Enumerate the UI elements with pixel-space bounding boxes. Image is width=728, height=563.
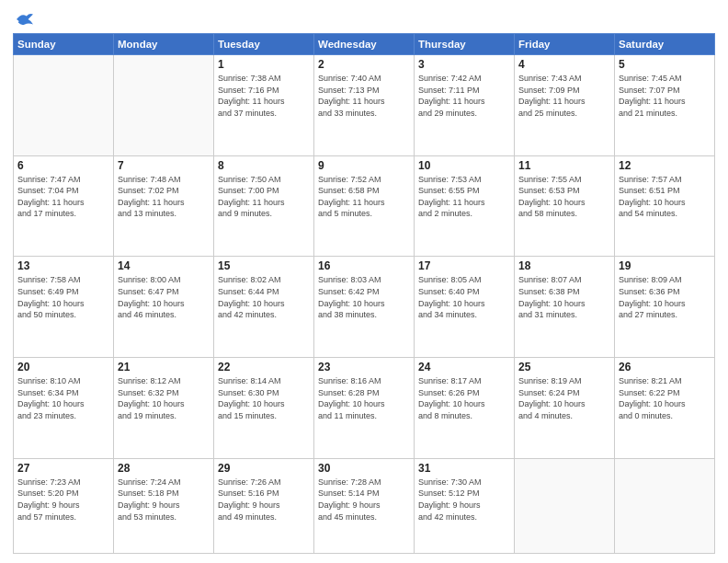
day-info: Sunrise: 8:02 AM Sunset: 6:44 PM Dayligh…	[218, 274, 310, 320]
day-info: Sunrise: 8:07 AM Sunset: 6:38 PM Dayligh…	[518, 274, 610, 320]
column-header-thursday: Thursday	[415, 34, 515, 55]
day-info: Sunrise: 7:30 AM Sunset: 5:12 PM Dayligh…	[418, 477, 510, 523]
day-number: 28	[118, 462, 210, 475]
calendar-cell: 29Sunrise: 7:26 AM Sunset: 5:16 PM Dayli…	[214, 458, 314, 553]
day-number: 9	[318, 159, 410, 172]
day-number: 18	[518, 259, 610, 272]
calendar-cell	[14, 55, 114, 156]
column-header-sunday: Sunday	[14, 34, 114, 55]
day-number: 23	[318, 361, 410, 373]
column-header-tuesday: Tuesday	[214, 34, 314, 55]
day-info: Sunrise: 7:48 AM Sunset: 7:02 PM Dayligh…	[118, 174, 210, 220]
day-info: Sunrise: 7:28 AM Sunset: 5:14 PM Dayligh…	[318, 477, 410, 523]
calendar-cell: 26Sunrise: 8:21 AM Sunset: 6:22 PM Dayli…	[615, 358, 715, 459]
calendar-cell: 31Sunrise: 7:30 AM Sunset: 5:12 PM Dayli…	[415, 458, 515, 553]
day-info: Sunrise: 8:19 AM Sunset: 6:24 PM Dayligh…	[518, 375, 610, 421]
calendar-week-row: 27Sunrise: 7:23 AM Sunset: 5:20 PM Dayli…	[14, 458, 715, 553]
day-info: Sunrise: 7:23 AM Sunset: 5:20 PM Dayligh…	[17, 477, 109, 523]
day-number: 14	[118, 259, 210, 272]
day-info: Sunrise: 8:16 AM Sunset: 6:28 PM Dayligh…	[318, 375, 410, 421]
day-number: 15	[218, 259, 310, 272]
day-info: Sunrise: 8:14 AM Sunset: 6:30 PM Dayligh…	[218, 375, 310, 421]
calendar-cell: 5Sunrise: 7:45 AM Sunset: 7:07 PM Daylig…	[615, 55, 715, 156]
calendar-cell: 21Sunrise: 8:12 AM Sunset: 6:32 PM Dayli…	[114, 358, 214, 459]
calendar-cell: 2Sunrise: 7:40 AM Sunset: 7:13 PM Daylig…	[314, 55, 415, 156]
calendar-cell: 23Sunrise: 8:16 AM Sunset: 6:28 PM Dayli…	[314, 358, 415, 459]
day-info: Sunrise: 7:57 AM Sunset: 6:51 PM Dayligh…	[619, 174, 711, 220]
day-number: 30	[318, 462, 410, 475]
day-number: 2	[318, 58, 410, 71]
day-info: Sunrise: 7:50 AM Sunset: 7:00 PM Dayligh…	[218, 174, 310, 220]
day-number: 31	[418, 462, 510, 475]
calendar-cell: 11Sunrise: 7:55 AM Sunset: 6:53 PM Dayli…	[515, 155, 615, 257]
day-number: 25	[518, 361, 610, 373]
calendar-cell: 7Sunrise: 7:48 AM Sunset: 7:02 PM Daylig…	[114, 155, 214, 257]
calendar-cell: 8Sunrise: 7:50 AM Sunset: 7:00 PM Daylig…	[214, 155, 314, 257]
calendar-cell: 18Sunrise: 8:07 AM Sunset: 6:38 PM Dayli…	[515, 257, 615, 358]
calendar-cell: 19Sunrise: 8:09 AM Sunset: 6:36 PM Dayli…	[615, 257, 715, 358]
calendar-cell: 13Sunrise: 7:58 AM Sunset: 6:49 PM Dayli…	[14, 257, 114, 358]
page: SundayMondayTuesdayWednesdayThursdayFrid…	[0, 0, 728, 563]
column-header-monday: Monday	[114, 34, 214, 55]
day-number: 1	[218, 58, 310, 71]
calendar-cell	[615, 458, 715, 553]
day-number: 7	[118, 159, 210, 172]
logo	[13, 11, 35, 28]
calendar-week-row: 1Sunrise: 7:38 AM Sunset: 7:16 PM Daylig…	[14, 55, 715, 156]
day-number: 11	[518, 159, 610, 172]
calendar-cell: 17Sunrise: 8:05 AM Sunset: 6:40 PM Dayli…	[415, 257, 515, 358]
calendar-cell: 28Sunrise: 7:24 AM Sunset: 5:18 PM Dayli…	[114, 458, 214, 553]
day-number: 13	[17, 259, 109, 272]
day-number: 21	[118, 361, 210, 373]
calendar-cell: 4Sunrise: 7:43 AM Sunset: 7:09 PM Daylig…	[515, 55, 615, 156]
day-info: Sunrise: 8:09 AM Sunset: 6:36 PM Dayligh…	[619, 274, 711, 320]
header	[13, 11, 715, 28]
day-info: Sunrise: 8:10 AM Sunset: 6:34 PM Dayligh…	[17, 375, 109, 421]
calendar-cell: 30Sunrise: 7:28 AM Sunset: 5:14 PM Dayli…	[314, 458, 415, 553]
calendar-cell	[515, 458, 615, 553]
day-number: 3	[418, 58, 510, 71]
calendar-table: SundayMondayTuesdayWednesdayThursdayFrid…	[13, 33, 715, 554]
calendar-cell	[114, 55, 214, 156]
day-info: Sunrise: 7:53 AM Sunset: 6:55 PM Dayligh…	[418, 174, 510, 220]
calendar-cell: 14Sunrise: 8:00 AM Sunset: 6:47 PM Dayli…	[114, 257, 214, 358]
logo-text	[13, 11, 35, 28]
day-info: Sunrise: 8:03 AM Sunset: 6:42 PM Dayligh…	[318, 274, 410, 320]
day-info: Sunrise: 8:12 AM Sunset: 6:32 PM Dayligh…	[118, 375, 210, 421]
column-header-saturday: Saturday	[615, 34, 715, 55]
calendar-week-row: 13Sunrise: 7:58 AM Sunset: 6:49 PM Dayli…	[14, 257, 715, 358]
day-info: Sunrise: 7:26 AM Sunset: 5:16 PM Dayligh…	[218, 477, 310, 523]
calendar-cell: 25Sunrise: 8:19 AM Sunset: 6:24 PM Dayli…	[515, 358, 615, 459]
day-number: 5	[619, 58, 711, 71]
day-number: 27	[17, 462, 109, 475]
day-number: 22	[218, 361, 310, 373]
day-number: 19	[619, 259, 711, 272]
day-number: 12	[619, 159, 711, 172]
day-info: Sunrise: 7:45 AM Sunset: 7:07 PM Dayligh…	[619, 73, 711, 119]
day-number: 24	[418, 361, 510, 373]
calendar-header-row: SundayMondayTuesdayWednesdayThursdayFrid…	[14, 34, 715, 55]
calendar-cell: 15Sunrise: 8:02 AM Sunset: 6:44 PM Dayli…	[214, 257, 314, 358]
day-number: 16	[318, 259, 410, 272]
day-number: 4	[518, 58, 610, 71]
day-number: 10	[418, 159, 510, 172]
calendar-cell: 24Sunrise: 8:17 AM Sunset: 6:26 PM Dayli…	[415, 358, 515, 459]
day-info: Sunrise: 7:40 AM Sunset: 7:13 PM Dayligh…	[318, 73, 410, 119]
day-info: Sunrise: 8:00 AM Sunset: 6:47 PM Dayligh…	[118, 274, 210, 320]
calendar-cell: 6Sunrise: 7:47 AM Sunset: 7:04 PM Daylig…	[14, 155, 114, 257]
day-number: 8	[218, 159, 310, 172]
day-number: 29	[218, 462, 310, 475]
day-info: Sunrise: 8:05 AM Sunset: 6:40 PM Dayligh…	[418, 274, 510, 320]
calendar-cell: 22Sunrise: 8:14 AM Sunset: 6:30 PM Dayli…	[214, 358, 314, 459]
day-info: Sunrise: 8:21 AM Sunset: 6:22 PM Dayligh…	[619, 375, 711, 421]
day-info: Sunrise: 7:55 AM Sunset: 6:53 PM Dayligh…	[518, 174, 610, 220]
calendar-cell: 16Sunrise: 8:03 AM Sunset: 6:42 PM Dayli…	[314, 257, 415, 358]
day-number: 17	[418, 259, 510, 272]
day-info: Sunrise: 8:17 AM Sunset: 6:26 PM Dayligh…	[418, 375, 510, 421]
column-header-friday: Friday	[515, 34, 615, 55]
day-number: 20	[17, 361, 109, 373]
day-info: Sunrise: 7:43 AM Sunset: 7:09 PM Dayligh…	[518, 73, 610, 119]
logo-bird-icon	[15, 11, 35, 28]
day-info: Sunrise: 7:58 AM Sunset: 6:49 PM Dayligh…	[17, 274, 109, 320]
calendar-cell: 27Sunrise: 7:23 AM Sunset: 5:20 PM Dayli…	[14, 458, 114, 553]
